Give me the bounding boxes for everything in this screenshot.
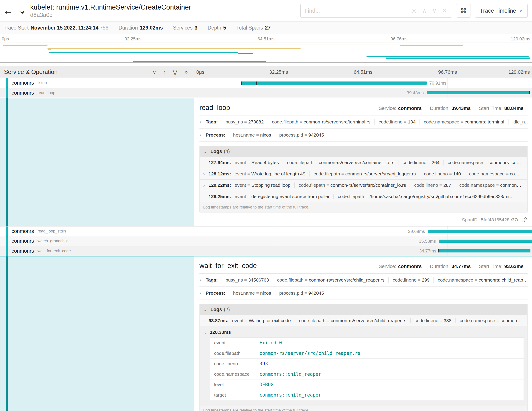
- minimap-canvas[interactable]: [0, 42, 532, 63]
- span-id-row: SpanID: 5faf48165428c37a: [200, 217, 528, 223]
- summary-item: Trace StartNovember 15 2022, 11:24:14.75…: [4, 25, 108, 31]
- keyboard-shortcuts-button[interactable]: ⌘: [456, 4, 471, 18]
- clear-search-icon[interactable]: ✕: [442, 7, 447, 14]
- detail-body: read_loop Service:conmonrs Duration:39.4…: [194, 98, 532, 226]
- log-entry[interactable]: › 127.94ms: event Read 4 bytes code.file…: [200, 157, 527, 168]
- span-tree-guide: [6, 226, 8, 236]
- log-entry[interactable]: › 128.25ms: event deregistering event so…: [200, 191, 527, 202]
- expanded-log-header[interactable]: ⌄ 128.33ms: [202, 326, 524, 338]
- span-operation: wait_for_exit_code: [38, 249, 71, 253]
- logs-header[interactable]: ⌄ Logs (2): [200, 304, 527, 315]
- span-row-wait-for-exit-code[interactable]: conmonrs wait_for_exit_code 34.77ms: [0, 246, 532, 256]
- detail-meta: Service:conmonrs Duration:34.77ms Start …: [375, 264, 528, 269]
- minimap-span-line: [48, 52, 238, 53]
- process-label: Process:: [206, 132, 225, 138]
- span-row-read-loop[interactable]: conmonrs read_loop 39.43ms: [0, 88, 532, 98]
- span-name-cell: conmonrs wait_for_exit_code: [0, 246, 194, 256]
- detail-left-column: [0, 256, 194, 411]
- minimap-span-line: [48, 49, 51, 50]
- timeline-header: Service & Operation ∨ › ⋁ » 0μs 32.25ms …: [0, 66, 532, 78]
- log-entry[interactable]: › 128.12ms: event Wrote log line of leng…: [200, 168, 527, 180]
- process-pair: process.pid 942045: [275, 132, 328, 138]
- span-bar-cell: 39.69ms: [194, 226, 532, 236]
- log-entry[interactable]: › 128.22ms: event Stopping read loop cod…: [200, 180, 527, 191]
- trace-minimap: 0μs 32.25ms 64.51ms 96.76ms 129.02ms: [0, 34, 532, 63]
- prev-match-icon[interactable]: ∧: [422, 7, 426, 14]
- chevron-right-icon[interactable]: ›: [200, 290, 206, 296]
- back-arrow-icon: ←: [3, 5, 13, 16]
- trace-view-selector[interactable]: Trace Timeline ∨: [475, 4, 528, 18]
- kv-value: conmonrs::child_reaper: [256, 390, 524, 400]
- collapse-one-level-icon[interactable]: ›: [164, 68, 166, 76]
- span-bar-cell: 35.58ms: [194, 236, 532, 246]
- detail-header: wait_for_exit_code Service:conmonrs Dura…: [200, 262, 528, 270]
- span-tree-guide: [6, 98, 8, 226]
- span-tree-guide: [6, 236, 8, 246]
- span-service: conmonrs: [11, 80, 34, 86]
- expand-all-icon[interactable]: ⋁: [173, 68, 177, 76]
- log-entry[interactable]: › 93.87ms: event Waiting for exit code c…: [200, 315, 527, 326]
- span-row-watch-grandchild[interactable]: conmonrs watch_grandchild 35.58ms: [0, 236, 532, 246]
- kv-value: conmon-rs/server/src/child_reaper.rs: [256, 348, 524, 359]
- span-bar[interactable]: [428, 230, 532, 233]
- logs-header[interactable]: ⌄ Logs (4): [200, 146, 527, 157]
- tag-pair: idle_n…: [508, 119, 528, 125]
- span-row-listen[interactable]: conmonrs listen 70.91ms: [0, 78, 532, 88]
- minimap-scrubber[interactable]: [133, 61, 266, 62]
- trace-timeline-page: ← ⌄ kubelet: runtime.v1.RuntimeService/C…: [0, 0, 532, 411]
- chevron-right-icon: ›: [202, 160, 209, 165]
- tags-row[interactable]: › Tags: busy_ns 34506763 code.filepath c…: [200, 274, 528, 287]
- copy-link-icon[interactable]: [522, 217, 528, 223]
- process-row[interactable]: › Process: host.name nixos process.pid 9…: [200, 287, 528, 300]
- tag-pair: code.lineno 299: [389, 277, 434, 283]
- span-operation: read_loop_stdin: [38, 229, 66, 234]
- detail-body: wait_for_exit_code Service:conmonrs Dura…: [194, 256, 532, 411]
- log-fields: event Read 4 bytes code.filepath conmon-…: [234, 160, 525, 165]
- chevron-right-icon[interactable]: ›: [200, 277, 206, 283]
- chevron-right-icon[interactable]: ›: [200, 132, 206, 138]
- start-time-value: 88.84ms: [504, 106, 523, 111]
- summary-value: November 15 2022, 11:24:14: [31, 25, 98, 31]
- log-field: event Stopping read loop: [234, 183, 294, 188]
- process-row[interactable]: › Process: host.name nixos process.pid 9…: [200, 128, 528, 142]
- tags-row[interactable]: › Tags: busy_ns 273882 code.filepath con…: [200, 116, 528, 128]
- log-field: code.namespace conmonrs::co…: [444, 160, 525, 165]
- next-match-icon[interactable]: ∨: [432, 7, 437, 14]
- span-bar[interactable]: [439, 240, 532, 243]
- logs-footnote: Log timestamps are relative to the start…: [200, 405, 527, 411]
- expand-one-level-icon[interactable]: ∨: [152, 68, 157, 76]
- span-bar[interactable]: [241, 81, 427, 85]
- summary-label: Trace Start: [4, 25, 28, 31]
- trace-header-chevron-button[interactable]: ⌄: [16, 0, 28, 21]
- log-field: code.filepath /home/sascha/.cargo/regist…: [333, 194, 518, 199]
- summary-label: Depth: [208, 25, 221, 31]
- chevron-right-icon[interactable]: ›: [200, 119, 206, 125]
- span-tree-guide: [6, 246, 8, 256]
- back-button[interactable]: ←: [0, 0, 16, 21]
- log-fields: event Stopping read loop code.filepath c…: [234, 183, 525, 188]
- find-input[interactable]: [304, 8, 407, 14]
- log-field: code.lineno 388: [410, 318, 456, 323]
- service-value: conmonrs: [398, 264, 421, 269]
- span-row-read-loop-stdin[interactable]: conmonrs read_loop_stdin 39.69ms: [0, 226, 532, 236]
- kv-key: code.filepath: [210, 348, 256, 359]
- find-nav-icons: ◎ ∧ ∨ ✕: [407, 7, 450, 14]
- summary-label: Duration: [118, 25, 138, 31]
- summary-value: 3: [195, 25, 198, 31]
- minimap-ticks: 0μs 32.25ms 64.51ms 96.76ms 129.02ms: [0, 36, 532, 42]
- detail-title: wait_for_exit_code: [200, 262, 257, 270]
- collapse-all-icon[interactable]: »: [185, 68, 188, 76]
- minimap-span-line: [48, 48, 300, 49]
- logs-label: Logs: [210, 307, 222, 313]
- span-id-label: SpanID:: [462, 217, 479, 223]
- locate-icon[interactable]: ◎: [411, 7, 417, 14]
- span-operation: listen: [38, 81, 47, 85]
- span-bar-cell: 34.77ms: [194, 246, 532, 256]
- summary-value: 27: [265, 25, 271, 31]
- span-bar[interactable]: [427, 91, 530, 94]
- summary-label: Services: [173, 25, 193, 31]
- detail-left-column: [0, 98, 194, 226]
- span-tree-guide: [6, 78, 8, 88]
- span-bar[interactable]: [439, 249, 530, 253]
- logs-count: (4): [224, 148, 230, 154]
